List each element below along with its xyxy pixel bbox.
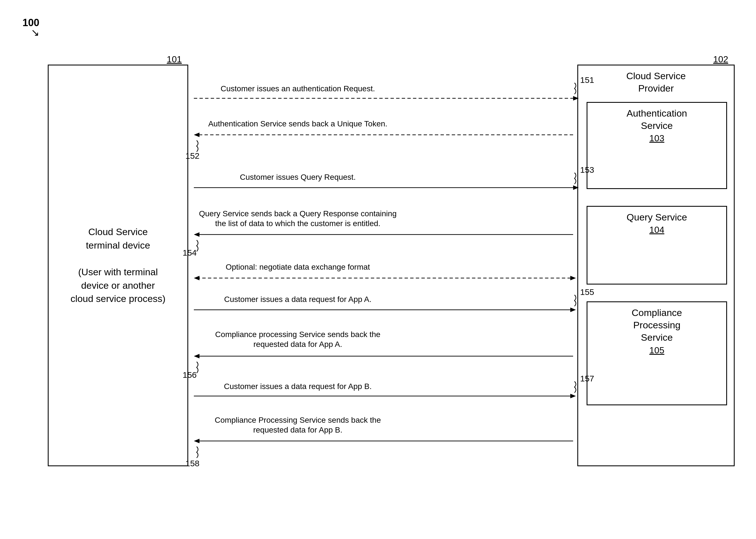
msg-151-label: Customer issues an authentication Reques… <box>221 84 375 93</box>
msg-153-arrowhead <box>573 186 579 190</box>
msg-151-arrowhead <box>573 96 579 101</box>
msg-151-zigzag <box>574 83 576 94</box>
msg-157-zigzag <box>574 381 576 393</box>
ref-155: 155 <box>580 287 594 297</box>
msg-156-label2: requested data for App A. <box>254 340 342 348</box>
msg-158-label1: Compliance Processing Service sends back… <box>215 416 381 424</box>
msg-152-zigzag <box>197 140 198 152</box>
msg-156-label1: Compliance processing Service sends back… <box>215 330 380 339</box>
msg-154b-arrowhead-left <box>194 276 199 280</box>
msg-157-arrowhead <box>570 394 576 398</box>
msg-154b-label: Optional: negotiate data exchange format <box>226 263 370 271</box>
ref-154: 154 <box>183 248 197 257</box>
diagram-svg: Customer issues an authentication Reques… <box>0 0 756 539</box>
msg-154-label1: Query Service sends back a Query Respons… <box>199 209 397 218</box>
msg-152-label: Authentication Service sends back a Uniq… <box>208 119 387 128</box>
msg-158-arrowhead <box>194 439 199 443</box>
ref-158: 158 <box>186 459 199 468</box>
ref-151: 151 <box>580 75 594 85</box>
msg-154b-arrowhead-right <box>570 276 576 280</box>
msg-158-zigzag <box>197 447 198 458</box>
ref-157: 157 <box>580 374 594 383</box>
msg-158-label2: requested data for App B. <box>253 425 342 434</box>
msg-153-zigzag <box>574 173 576 184</box>
msg-155-label: Customer issues a data request for App A… <box>224 295 372 304</box>
msg-155-zigzag <box>574 295 576 306</box>
msg-157-label: Customer issues a data request for App B… <box>224 382 372 391</box>
ref-156: 156 <box>183 370 197 379</box>
msg-155-arrowhead <box>570 308 576 312</box>
diagram: 100 ↘ 101 Cloud Service terminal device … <box>0 0 756 539</box>
msg-154-label2: the list of data to which the customer i… <box>215 219 380 228</box>
msg-154-zigzag <box>197 240 198 251</box>
msg-156-arrowhead <box>194 354 199 358</box>
ref-152: 152 <box>186 151 199 160</box>
msg-153-label: Customer issues Query Request. <box>240 173 356 182</box>
msg-156-zigzag <box>197 362 198 373</box>
msg-152-arrowhead <box>194 132 199 137</box>
ref-153: 153 <box>580 165 594 175</box>
msg-154-arrowhead <box>194 232 199 237</box>
